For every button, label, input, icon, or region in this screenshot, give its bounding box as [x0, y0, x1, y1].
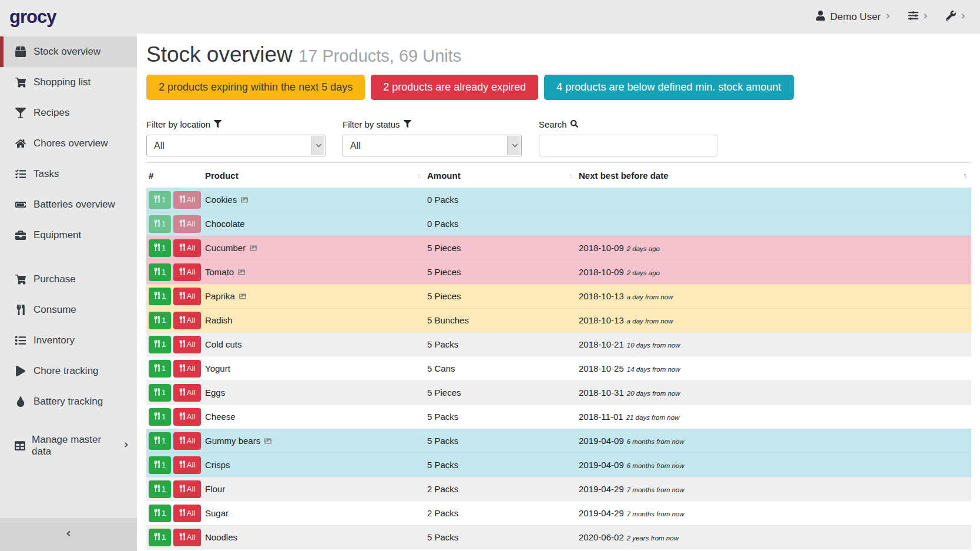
consume-one-button: 1: [149, 215, 171, 233]
sidebar-item-label: Tasks: [33, 168, 59, 180]
column-header-next-best-before-date[interactable]: Next best before date↑↓: [576, 163, 971, 188]
consume-all-button[interactable]: All: [173, 336, 201, 353]
consume-all-button[interactable]: All: [173, 456, 201, 474]
chevron-right-icon: [124, 440, 129, 452]
utensils-icon: [154, 533, 160, 542]
consume-all-button[interactable]: All: [173, 529, 201, 546]
utensils-icon: [179, 533, 185, 542]
consume-one-button[interactable]: 1: [149, 336, 171, 353]
settings-menu[interactable]: [908, 11, 928, 24]
consume-all-button[interactable]: All: [173, 505, 201, 522]
best-before-date: 2018-11-01: [579, 412, 623, 422]
utensils-icon: [154, 509, 160, 518]
sidebar-item-consume[interactable]: Consume: [0, 295, 137, 325]
sidebar-item-inventory[interactable]: Inventory: [0, 325, 137, 356]
admin-menu[interactable]: [946, 11, 966, 24]
consume-one-button[interactable]: 1: [149, 263, 171, 281]
stock-row: 1AllChocolate0 Packs: [146, 212, 971, 236]
consume-one-button[interactable]: 1: [149, 384, 171, 402]
consume-all-button[interactable]: All: [173, 480, 201, 498]
consume-one-button-label: 1: [162, 436, 166, 445]
search-icon: [570, 119, 578, 129]
product-name: Chocolate: [205, 219, 245, 229]
consume-all-button[interactable]: All: [173, 432, 201, 450]
consume-one-button[interactable]: 1: [149, 432, 171, 450]
consume-all-button[interactable]: All: [173, 408, 201, 426]
consume-one-button[interactable]: 1: [149, 505, 171, 522]
status-filter-select[interactable]: All: [343, 135, 522, 156]
sidebar-collapse-button[interactable]: [0, 518, 137, 551]
sidebar-item-tasks[interactable]: Tasks: [0, 159, 137, 189]
sort-icon: ↑↓: [568, 172, 572, 179]
search-input[interactable]: [539, 135, 717, 156]
utensils-icon: [154, 364, 160, 373]
consume-all-button[interactable]: All: [173, 239, 201, 257]
consume-one-button[interactable]: 1: [149, 408, 171, 426]
sidebar-item-manage-master-data[interactable]: Manage master data: [0, 430, 137, 461]
sidebar: Stock overviewShopping listRecipesChores…: [0, 34, 137, 551]
consume-all-button[interactable]: All: [173, 263, 201, 281]
alert-badge-info[interactable]: 4 products are below defined min. stock …: [544, 75, 793, 100]
tint-icon: [14, 396, 28, 407]
product-name: Sugar: [205, 508, 229, 518]
user-menu[interactable]: Demo User: [815, 11, 891, 24]
consume-one-button[interactable]: 1: [149, 529, 171, 546]
tasks-icon: [14, 169, 28, 179]
consume-all-button-label: All: [187, 533, 195, 542]
main-layout: Stock overviewShopping listRecipesChores…: [0, 34, 980, 551]
sidebar-item-chores-overview[interactable]: Chores overview: [0, 128, 137, 159]
sidebar-item-battery-tracking[interactable]: Battery tracking: [0, 386, 137, 417]
utensils-icon: [154, 412, 160, 422]
user-icon: [815, 11, 825, 24]
stock-row: 1AllCookies0 Packs: [146, 188, 971, 212]
consume-one-button-label: 1: [162, 460, 166, 469]
consume-all-button[interactable]: All: [173, 288, 201, 305]
sidebar-item-chore-tracking[interactable]: Chore tracking: [0, 356, 137, 386]
alert-badge-danger[interactable]: 2 products are already expired: [371, 75, 538, 100]
page-subtitle: 17 Products, 69 Units: [298, 46, 461, 65]
sidebar-item-equipment[interactable]: Equipment: [0, 220, 137, 251]
best-before-relative: 2 years from now: [627, 535, 679, 542]
consume-one-button[interactable]: 1: [149, 288, 171, 305]
consume-all-button[interactable]: All: [173, 384, 201, 402]
amount-value: 5 Bunches: [425, 308, 576, 332]
product-name: Noodles: [205, 532, 237, 542]
utensils-icon: [154, 388, 160, 398]
stock-row: 1AllCrisps5 Packs2019-04-096 months from…: [146, 453, 971, 477]
status-filter-value: All: [350, 141, 361, 151]
status-filter-label: Filter by status: [343, 119, 522, 129]
best-before-date: 2018-10-25: [579, 363, 624, 373]
consume-all-button[interactable]: All: [173, 360, 201, 378]
battery-icon: [14, 199, 28, 210]
stock-row: 1AllCucumber5 Pieces2018-10-092 days ago: [146, 236, 971, 260]
best-before-relative: 14 days from now: [627, 366, 680, 373]
sidebar-item-stock-overview[interactable]: Stock overview: [0, 36, 137, 67]
sidebar-item-recipes[interactable]: Recipes: [0, 98, 137, 128]
column-header-amount[interactable]: Amount↑↓: [425, 163, 576, 188]
best-before-relative: 6 months from now: [627, 462, 684, 469]
consume-all-button-label: All: [187, 412, 195, 421]
column-header-product[interactable]: Product↑↓: [203, 163, 425, 188]
amount-value: 5 Pieces: [425, 260, 576, 284]
consume-one-button[interactable]: 1: [149, 360, 171, 378]
chevron-right-icon: [923, 11, 928, 23]
consume-all-button: All: [173, 191, 201, 209]
consume-all-button-label: All: [187, 292, 195, 300]
alert-badge-warning[interactable]: 2 products expiring within the next 5 da…: [146, 75, 365, 100]
consume-one-button[interactable]: 1: [149, 312, 171, 329]
sidebar-item-batteries-overview[interactable]: Batteries overview: [0, 189, 137, 220]
consume-one-button[interactable]: 1: [149, 456, 171, 474]
sidebar-item-shopping-list[interactable]: Shopping list: [0, 67, 137, 98]
consume-one-button[interactable]: 1: [149, 480, 171, 498]
best-before-relative: 2 days ago: [627, 245, 660, 252]
consume-all-button[interactable]: All: [173, 312, 201, 329]
location-filter-select[interactable]: All: [146, 135, 325, 156]
consume-one-button-label: 1: [162, 316, 166, 325]
amount-value: 5 Packs: [425, 453, 576, 477]
grocy-logo[interactable]: grocy: [9, 6, 56, 28]
utensils-icon: [179, 412, 185, 422]
chevron-down-icon: [316, 141, 322, 151]
amount-value: 0 Packs: [425, 188, 576, 212]
sidebar-item-purchase[interactable]: Purchase: [0, 264, 137, 295]
consume-one-button[interactable]: 1: [149, 239, 171, 257]
